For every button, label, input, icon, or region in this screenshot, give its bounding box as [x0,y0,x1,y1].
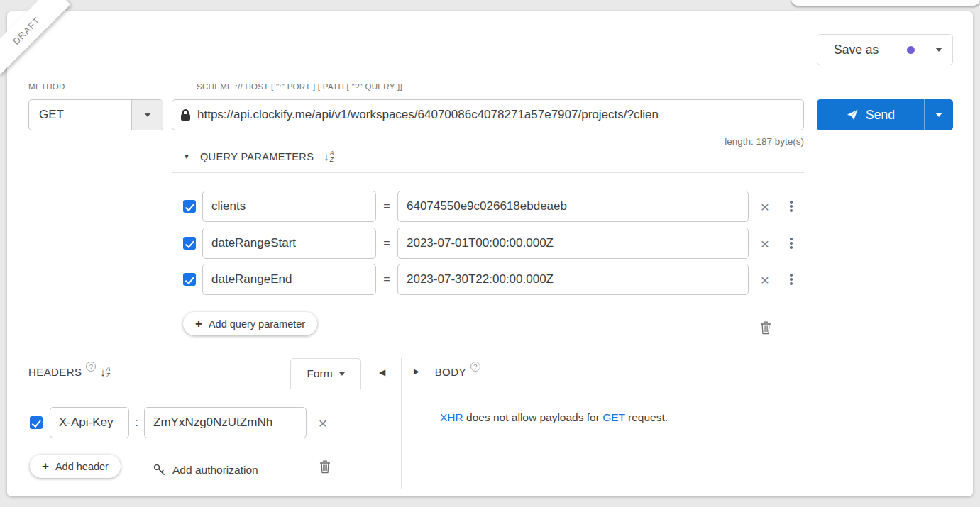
query-param-row: clients = 64074550e9c026618ebdeaeb × [183,191,801,222]
url-length-note: length: 187 byte(s) [172,136,804,147]
remove-row-icon[interactable]: × [749,272,781,287]
draft-ribbon: DRAFT [0,0,70,74]
chevron-down-icon [339,372,345,376]
headers-title: HEADERS [28,366,82,378]
query-parameters-header: ▼ QUERY PARAMETERS ↓ AZ [183,150,334,162]
row-menu-kebab-icon[interactable] [781,201,801,212]
param-key-input[interactable]: dateRangeEnd [202,264,376,295]
add-query-parameter-label: Add query parameter [209,318,305,330]
param-key-input[interactable]: dateRangeStart [202,228,376,259]
method-value: GET [29,100,131,130]
body-divider [433,389,954,389]
add-query-parameter-button[interactable]: + Add query parameter [183,312,317,335]
query-parameters-divider [172,172,804,173]
remove-row-icon[interactable]: × [307,416,339,430]
save-as-label: Save as [817,43,879,57]
headers-format-value: Form [307,367,332,380]
panel-divider [401,358,402,489]
param-value-input[interactable]: 2023-07-01T00:00:00.000Z [397,228,749,259]
get-link[interactable]: GET [602,411,625,423]
help-icon[interactable]: ? [86,362,96,372]
save-as-menu-button[interactable] [925,35,952,65]
paper-plane-icon [846,108,859,121]
row-enabled-checkbox[interactable] [183,200,196,213]
query-param-row: dateRangeStart = 2023-07-01T00:00:00.000… [183,228,801,259]
row-enabled-checkbox[interactable] [30,416,43,429]
draft-ribbon-label: DRAFT [11,15,43,47]
method-label: METHOD [28,82,65,91]
add-authorization-button[interactable]: Add authorization [153,458,258,481]
request-card: DRAFT Save as METHOD GET SCHEME :// HOST… [7,11,973,496]
header-value-input[interactable]: ZmYxNzg0NzUtZmNh [144,407,307,438]
row-menu-kebab-icon[interactable] [781,238,801,249]
plus-icon: + [195,318,202,330]
body-message: XHR does not allow payloads for GET requ… [440,411,668,424]
add-header-label: Add header [55,461,109,472]
delete-all-params-trash-icon[interactable] [760,321,771,335]
header-row: X-Api-Key : ZmYxNzg0NzUtZmNh × [30,407,339,438]
method-caret-zone[interactable] [131,100,163,130]
delete-all-headers-trash-icon[interactable] [319,460,331,474]
url-input[interactable]: https://api.clockify.me/api/v1/workspace… [172,99,804,130]
headers-header: HEADERS ? ↓ AZ [28,366,111,378]
body-header: ▶ BODY ? [414,366,480,378]
param-value-input[interactable]: 64074550e9c026618ebdeaeb [397,191,749,222]
headers-divider [28,389,395,389]
chevron-down-icon [935,113,942,117]
chevron-down-icon [144,113,151,117]
query-parameters-title: QUERY PARAMETERS [200,151,314,162]
sort-az-icon[interactable]: ↓ AZ [324,150,334,162]
query-param-row: dateRangeEnd = 2023-07-30T22:00:00.000Z … [183,264,801,295]
header-key-input[interactable]: X-Api-Key [50,407,129,438]
param-key-input[interactable]: clients [202,191,376,222]
param-value-input[interactable]: 2023-07-30T22:00:00.000Z [397,264,749,295]
collapse-right-icon[interactable]: ▶ [414,368,419,375]
collapse-down-icon[interactable]: ▼ [183,153,190,160]
equals-separator: = [376,273,397,286]
save-as-button[interactable]: Save as [817,34,953,65]
send-label: Send [866,108,895,123]
equals-separator: = [376,200,397,213]
lock-icon [181,109,190,121]
background-tab-fragment[interactable] [791,0,980,6]
body-title: BODY [435,366,466,378]
unsaved-changes-dot-icon [907,46,915,54]
add-header-button[interactable]: + Add header [30,455,121,478]
collapse-left-panel-icon[interactable]: ◀ [379,367,385,377]
url-value: https://api.clockify.me/api/v1/workspace… [197,108,659,122]
url-label: SCHEME :// HOST [ ":" PORT ] [ PATH [ "?… [197,82,402,91]
equals-separator: = [376,237,397,250]
sort-az-icon[interactable]: ↓ AZ [100,366,110,378]
key-icon [153,463,166,477]
headers-format-select[interactable]: Form [290,358,361,389]
row-menu-kebab-icon[interactable] [781,274,801,285]
row-enabled-checkbox[interactable] [183,273,196,286]
remove-row-icon[interactable]: × [749,199,781,214]
row-enabled-checkbox[interactable] [183,237,196,250]
help-icon[interactable]: ? [470,362,480,372]
plus-icon: + [42,460,49,472]
send-menu-button[interactable] [925,99,953,130]
xhr-link[interactable]: XHR [440,411,463,423]
colon-separator: : [129,416,144,429]
method-select[interactable]: GET [28,99,163,130]
remove-row-icon[interactable]: × [749,236,781,251]
chevron-down-icon [935,48,942,52]
send-button[interactable]: Send [817,99,953,130]
add-authorization-label: Add authorization [172,464,258,477]
